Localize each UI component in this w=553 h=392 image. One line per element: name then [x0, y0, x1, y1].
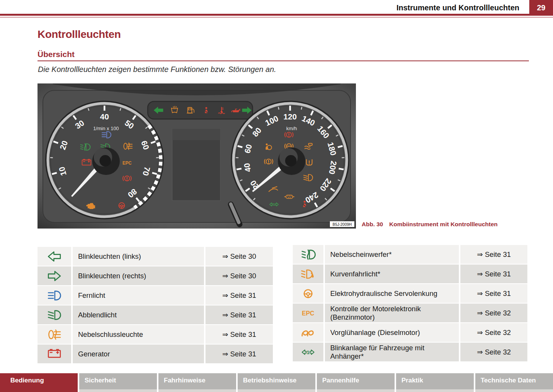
- table-row: Kurvenfahrlicht*⇒ Seite 31: [293, 265, 527, 283]
- indicator-label: Kontrolle der Motorelektronik (Benzinmot…: [325, 304, 459, 322]
- table-row: Vorglühanlage (Dieselmotor)⇒ Seite 32: [293, 323, 527, 342]
- indicator-label: Blinkleuchten (rechts): [73, 266, 204, 285]
- footer-tab-label: Fahrhinweise: [158, 373, 236, 384]
- trailer-blinker-icon: 1: [302, 349, 314, 355]
- manual-page: Instrumente und Kontrollleuchten 29 Kont…: [0, 0, 553, 392]
- footer-tab-label: Bedienung: [0, 373, 78, 384]
- glow-plug-icon-cell: [293, 323, 323, 342]
- footer-tab-betriebshinweise[interactable]: Betriebshinweise: [238, 373, 315, 392]
- photo-code: B5J-2009H: [333, 222, 352, 227]
- page-reference[interactable]: ⇒ Seite 30: [206, 266, 273, 285]
- table-row: Nebelscheinwerfer*⇒ Seite 31: [293, 245, 527, 264]
- cornering-light-icon: [302, 270, 314, 278]
- page-reference[interactable]: ⇒ Seite 32: [460, 343, 527, 361]
- intro-text: Die Kontrollleuchten zeigen bestimmte Fu…: [38, 65, 276, 74]
- footer-tab-label: Sicherheit: [79, 373, 157, 384]
- indicator-label: Vorglühanlage (Dieselmotor): [325, 323, 459, 342]
- footer-tab-bar: BedienungSicherheitFahrhinweiseBetriebsh…: [0, 373, 553, 392]
- page-reference[interactable]: ⇒ Seite 31: [460, 265, 527, 283]
- high-beam-icon: [48, 291, 60, 300]
- footer-tab-label: Pannenhilfe: [317, 373, 395, 384]
- epc-icon: EPC: [302, 309, 315, 317]
- indicator-table-right: Nebelscheinwerfer*⇒ Seite 31Kurvenfahrli…: [293, 245, 527, 362]
- epc-icon-cell: EPC: [293, 304, 323, 322]
- table-row: Nebelschlussleuchte⇒ Seite 31: [38, 325, 273, 344]
- page-title: Kontrollleuchten: [38, 28, 121, 41]
- svg-text:ABS: ABS: [287, 145, 291, 147]
- indicator-label: Fernlicht: [73, 286, 204, 305]
- footer-tab-fahrhinweise[interactable]: Fahrhinweise: [158, 373, 236, 392]
- indicator-label: Abblendlicht: [73, 305, 204, 324]
- indicator-label: Elektrohydraulische Servolenkung: [325, 284, 459, 303]
- table-row: Blinkleuchten (rechts)⇒ Seite 30: [38, 266, 273, 285]
- low-beam-icon-cell: [38, 305, 71, 324]
- trailer-blinker-icon-cell: 1: [293, 343, 323, 361]
- page-reference[interactable]: ⇒ Seite 31: [460, 284, 527, 303]
- table-row: Abblendlicht⇒ Seite 31: [38, 305, 273, 324]
- chapter-title: Instrumente und Kontrollleuchten: [396, 0, 519, 15]
- page-reference[interactable]: ⇒ Seite 31: [206, 305, 273, 324]
- indicator-label: Generator: [73, 345, 204, 363]
- svg-text:EPC: EPC: [302, 309, 315, 317]
- front-fog-icon: [302, 250, 315, 259]
- page-reference[interactable]: ⇒ Seite 32: [460, 304, 527, 322]
- page-reference[interactable]: ⇒ Seite 30: [206, 247, 273, 266]
- cornering-light-icon-cell: [293, 265, 323, 283]
- turn-right-icon-cell: [38, 266, 71, 285]
- rear-fog-icon-cell: [38, 325, 71, 344]
- figure-caption-text: Kombiinstrument mit Kontrollleuchten: [389, 221, 498, 227]
- table-row: Generator⇒ Seite 31: [38, 345, 273, 363]
- indicator-label: Kurvenfahrlicht*: [325, 265, 459, 283]
- indicator-label: Nebelscheinwerfer*: [325, 245, 459, 264]
- footer-tab-label: Betriebshinweise: [238, 373, 315, 384]
- turn-left-icon-cell: [38, 247, 71, 266]
- turn-left-icon: [48, 252, 60, 261]
- table-row: 1Blinkanlage für Fahrzeuge mit Anhänger*…: [293, 343, 527, 361]
- indicator-label: Nebelschlussleuchte: [73, 325, 204, 344]
- page-reference[interactable]: ⇒ Seite 31: [206, 325, 273, 344]
- footer-tab-bedienung[interactable]: Bedienung: [0, 373, 78, 392]
- battery-icon-cell: [38, 345, 71, 363]
- header-rule-thick: [0, 14, 553, 16]
- footer-tab-praktik[interactable]: Praktik: [396, 373, 474, 392]
- battery-icon: [48, 349, 60, 357]
- glow-plug-icon: [302, 331, 313, 336]
- figure-caption-label: Abb. 30: [362, 221, 383, 227]
- section-rule: [38, 60, 529, 61]
- page-reference[interactable]: ⇒ Seite 31: [460, 245, 527, 264]
- instrument-cluster-figure: 10203040506070801/min x 100EPC2040608010…: [38, 83, 356, 229]
- page-reference[interactable]: ⇒ Seite 31: [206, 286, 273, 305]
- footer-tab-pannenhilfe[interactable]: Pannenhilfe: [317, 373, 395, 392]
- page-number-badge: 29: [529, 0, 553, 16]
- footer-tab-technische-daten[interactable]: Technische Daten: [475, 373, 553, 392]
- header-rule-thin: [0, 17, 553, 18]
- section-title: Übersicht: [38, 50, 75, 59]
- table-row: Blinkleuchten (links)⇒ Seite 30: [38, 247, 273, 266]
- svg-text:1/min x 100: 1/min x 100: [93, 126, 119, 131]
- svg-text:EPC: EPC: [122, 160, 132, 166]
- svg-text:40: 40: [100, 112, 109, 121]
- table-row: Elektrohydraulische Servolenkung⇒ Seite …: [293, 284, 527, 303]
- svg-text:1: 1: [273, 202, 275, 206]
- footer-tab-label: Technische Daten: [475, 373, 553, 384]
- page-reference[interactable]: ⇒ Seite 31: [206, 345, 273, 363]
- svg-text:120: 120: [283, 112, 297, 121]
- page-reference[interactable]: ⇒ Seite 32: [460, 323, 527, 342]
- steering-icon: [304, 289, 312, 297]
- indicator-label: Blinkanlage für Fahrzeuge mit Anhänger*: [325, 343, 459, 361]
- footer-tab-sicherheit[interactable]: Sicherheit: [79, 373, 157, 392]
- rear-fog-icon: [49, 330, 60, 339]
- svg-text:40: 40: [242, 162, 253, 173]
- instrument-cluster-image: 10203040506070801/min x 100EPC2040608010…: [38, 83, 356, 229]
- figure-caption: Abb. 30Kombiinstrument mit Kontrollleuch…: [362, 221, 498, 228]
- svg-text:km/h: km/h: [286, 126, 297, 131]
- low-beam-icon: [48, 310, 60, 319]
- svg-text:1: 1: [307, 349, 309, 355]
- epc-icon: EPC: [122, 160, 132, 166]
- steering-icon-cell: [293, 284, 323, 303]
- high-beam-icon-cell: [38, 286, 71, 305]
- turn-right-icon: [48, 271, 60, 281]
- table-row: Fernlicht⇒ Seite 31: [38, 286, 273, 305]
- indicator-label: Blinkleuchten (links): [73, 247, 204, 266]
- front-fog-icon-cell: [293, 245, 323, 264]
